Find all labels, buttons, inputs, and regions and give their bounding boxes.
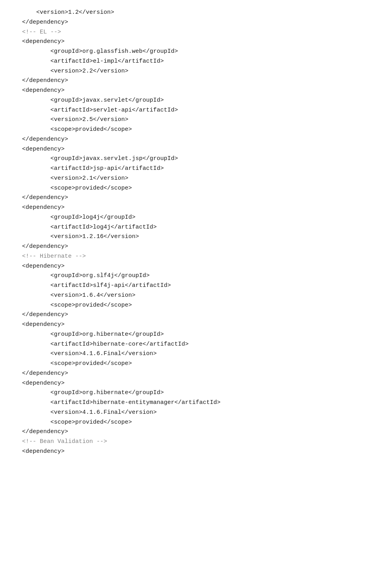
code-line-36: <version>4.1.6.Final</version> [0, 349, 378, 359]
code-container: <version>1.2</version> </dependency> <!-… [0, 8, 378, 457]
code-line-34: <groupId>org.hibernate</groupId> [0, 330, 378, 340]
code-line-10: <groupId>javax.servlet</groupId> [0, 96, 378, 106]
code-line-7: <version>2.2</version> [0, 67, 378, 76]
code-line-43: <scope>provided</scope> [0, 418, 378, 428]
code-line-31: <scope>provided</scope> [0, 301, 378, 311]
code-line-37: <scope>provided</scope> [0, 359, 378, 369]
code-line-21: <dependency> [0, 203, 378, 213]
code-line-5: <groupId>org.glassfish.web</groupId> [0, 47, 378, 57]
code-line-29: <artifactId>slf4j-api</artifactId> [0, 281, 378, 291]
code-block: <version>1.2</version> </dependency> <!-… [0, 0, 378, 588]
code-line-40: <groupId>org.hibernate</groupId> [0, 388, 378, 398]
code-line-23: <artifactId>log4j</artifactId> [0, 223, 378, 233]
code-line-25: </dependency> [0, 242, 378, 252]
code-line-39: <dependency> [0, 379, 378, 389]
code-line-20: </dependency> [0, 193, 378, 203]
code-line-46: <dependency> [0, 447, 378, 457]
code-line-14: </dependency> [0, 135, 378, 145]
code-line-13: <scope>provided</scope> [0, 125, 378, 135]
code-line-45: <!-- Bean Validation --> [0, 437, 378, 447]
code-line-4: <dependency> [0, 37, 378, 47]
code-line-3: <!-- EL --> [0, 28, 378, 37]
code-line-42: <version>4.1.6.Final</version> [0, 408, 378, 418]
code-line-33: <dependency> [0, 320, 378, 330]
code-line-19: <scope>provided</scope> [0, 184, 378, 194]
code-line-35: <artifactId>hibernate-core</artifactId> [0, 340, 378, 350]
code-line-26: <!-- Hibernate --> [0, 252, 378, 262]
code-line-30: <version>1.6.4</version> [0, 291, 378, 301]
code-line-32: </dependency> [0, 310, 378, 320]
code-line-44: </dependency> [0, 427, 378, 437]
code-line-2: </dependency> [0, 18, 378, 28]
code-line-18: <version>2.1</version> [0, 174, 378, 184]
code-line-12: <version>2.5</version> [0, 115, 378, 125]
code-line-1: <version>1.2</version> [0, 8, 378, 18]
code-line-16: <groupId>javax.servlet.jsp</groupId> [0, 154, 378, 164]
code-line-27: <dependency> [0, 262, 378, 272]
code-line-22: <groupId>log4j</groupId> [0, 213, 378, 223]
code-line-24: <version>1.2.16</version> [0, 232, 378, 242]
code-line-28: <groupId>org.slf4j</groupId> [0, 271, 378, 281]
code-line-17: <artifactId>jsp-api</artifactId> [0, 164, 378, 174]
code-line-41: <artifactId>hibernate-entitymanager</art… [0, 398, 378, 408]
code-line-11: <artifactId>servlet-api</artifactId> [0, 106, 378, 115]
code-line-38: </dependency> [0, 369, 378, 379]
code-line-6: <artifactId>el-impl</artifactId> [0, 57, 378, 67]
code-line-8: </dependency> [0, 76, 378, 86]
code-line-15: <dependency> [0, 145, 378, 154]
code-line-9: <dependency> [0, 86, 378, 96]
